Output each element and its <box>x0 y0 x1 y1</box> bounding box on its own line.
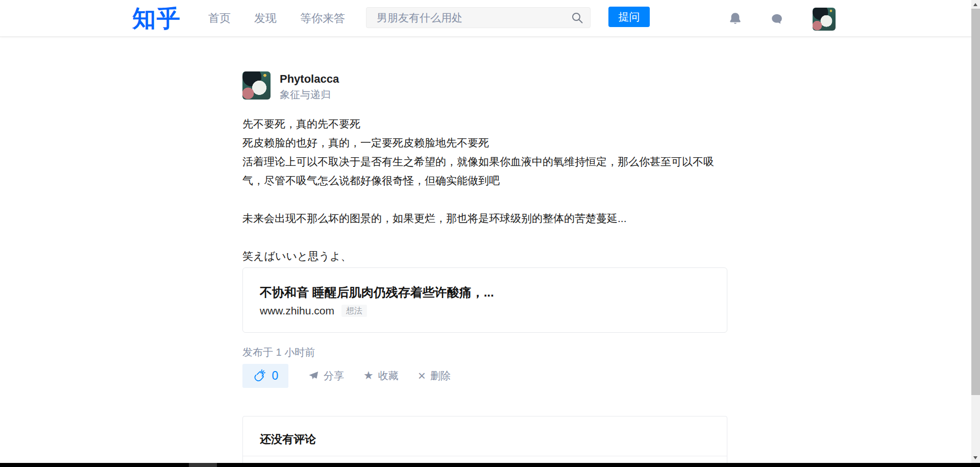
main-nav: 首页 发现 等你来答 <box>208 0 345 36</box>
scrollbar-up-arrow-icon[interactable] <box>971 0 980 9</box>
publish-time: 发布于 1 小时前 <box>242 346 315 359</box>
zhihu-page: 知乎 首页 发现 等你来答 提问 <box>0 0 980 467</box>
nav-item-discover[interactable]: 发现 <box>254 11 277 26</box>
ask-question-button[interactable]: 提问 <box>608 7 650 27</box>
post-content: 先不要死，真的先不要死 死皮赖脸的也好，真的，一定要死皮赖脸地先不要死 活着理论… <box>242 114 727 265</box>
link-card-type-badge: 想法 <box>341 305 367 317</box>
top-navigation-bar: 知乎 首页 发现 等你来答 提问 <box>0 0 980 37</box>
messages-icon[interactable] <box>770 12 784 26</box>
search-box <box>366 7 591 28</box>
delete-button[interactable]: × 删除 <box>418 369 451 383</box>
clap-count: 0 <box>272 369 279 383</box>
comments-divider <box>243 456 727 456</box>
link-card-url: www.zhihu.com <box>260 305 334 317</box>
clap-icon <box>253 369 266 383</box>
author-avatar[interactable] <box>242 71 271 100</box>
bottom-edge-strip <box>0 463 980 467</box>
favorite-button[interactable]: ★ 收藏 <box>363 369 399 383</box>
delete-label: 删除 <box>430 369 451 383</box>
share-label: 分享 <box>324 369 344 383</box>
link-card-meta: www.zhihu.com 想法 <box>260 305 367 317</box>
favorite-label: 收藏 <box>378 369 399 383</box>
bottom-edge-segment <box>189 463 217 467</box>
no-comments-text: 还没有评论 <box>243 416 727 447</box>
scrollbar[interactable] <box>971 0 980 467</box>
author-bio: 象征与递归 <box>280 88 331 102</box>
clap-button[interactable]: 0 <box>242 364 288 388</box>
nav-item-waiting-answer[interactable]: 等你来答 <box>300 11 345 26</box>
nav-item-home[interactable]: 首页 <box>208 11 231 26</box>
scrollbar-thumb[interactable] <box>971 9 980 395</box>
share-paper-plane-icon <box>308 370 319 381</box>
action-bar: 0 分享 ★ 收藏 × 删除 <box>242 363 451 388</box>
zhihu-logo[interactable]: 知乎 <box>132 5 181 32</box>
user-avatar[interactable] <box>813 8 836 31</box>
link-card-title: 不协和音 睡醒后肌肉仍残存着些许酸痛，... <box>260 284 494 301</box>
author-name[interactable]: Phytolacca <box>280 72 339 86</box>
notifications-bell-icon[interactable] <box>728 11 743 26</box>
comments-section: 还没有评论 <box>242 416 727 467</box>
search-input[interactable] <box>366 8 590 28</box>
scrollbar-down-arrow-icon[interactable] <box>971 453 980 462</box>
search-icon[interactable] <box>571 11 584 24</box>
share-button[interactable]: 分享 <box>308 369 344 383</box>
link-card[interactable]: 不协和音 睡醒后肌肉仍残存着些许酸痛，... www.zhihu.com 想法 <box>242 267 727 333</box>
